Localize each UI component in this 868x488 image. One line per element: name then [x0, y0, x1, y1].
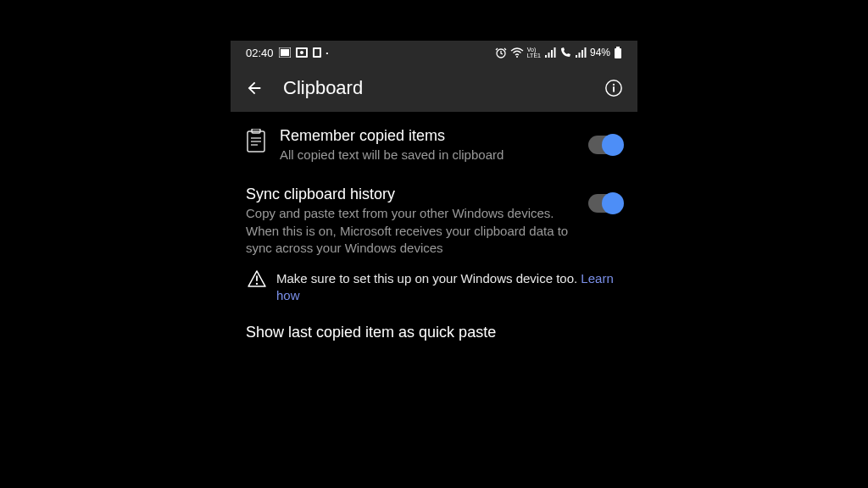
call-icon [559, 47, 571, 58]
page-title: Clipboard [283, 77, 585, 99]
svg-point-12 [613, 84, 615, 86]
setting-title: Sync clipboard history [246, 186, 588, 203]
alarm-icon [495, 47, 507, 58]
status-left: 02:40 • [246, 47, 328, 59]
setting-sync-clipboard[interactable]: Sync clipboard history Copy and paste te… [246, 186, 622, 257]
svg-rect-10 [616, 47, 620, 48]
toggle-sync[interactable] [588, 194, 622, 213]
wifi-icon [510, 47, 524, 58]
setting-remember-copied[interactable]: Remember copied items All copied text wi… [246, 127, 622, 164]
phone-screen: 02:40 • Vo)LTE1 [231, 41, 637, 447]
svg-point-4 [300, 51, 303, 54]
setting-subtitle: Copy and paste text from your other Wind… [246, 205, 588, 257]
setting-quick-paste[interactable]: Show last copied item as quick paste [246, 324, 622, 341]
status-time: 02:40 [246, 47, 274, 59]
arrow-left-icon [245, 79, 264, 97]
back-button[interactable] [242, 76, 266, 100]
sync-warning: Make sure to set this up on your Windows… [248, 270, 622, 305]
setting-subtitle: All copied text will be saved in clipboa… [280, 147, 576, 164]
info-icon [604, 79, 623, 97]
toggle-remember[interactable] [588, 136, 622, 154]
cast-icon [296, 47, 308, 58]
signal-icon-1 [544, 47, 556, 58]
dot-icon: • [326, 49, 329, 57]
svg-point-20 [256, 283, 258, 285]
app-bar: Clipboard [231, 64, 637, 112]
sim-icon [313, 47, 321, 58]
clipboard-icon [246, 127, 268, 156]
status-bar: 02:40 • Vo)LTE1 [231, 41, 637, 64]
setting-title: Remember copied items [280, 127, 576, 145]
notification-icon [279, 47, 291, 58]
battery-percent: 94% [590, 47, 610, 58]
warning-text: Make sure to set this up on your Windows… [276, 271, 577, 286]
status-right: Vo)LTE1 94% [495, 47, 622, 58]
svg-rect-13 [613, 86, 615, 92]
svg-point-8 [516, 56, 518, 58]
svg-rect-19 [256, 275, 258, 280]
signal-icon-2 [575, 47, 587, 58]
info-button[interactable] [602, 76, 626, 100]
svg-rect-6 [314, 49, 320, 56]
svg-rect-9 [615, 48, 621, 58]
warning-icon [248, 270, 266, 291]
svg-rect-1 [281, 49, 289, 56]
battery-icon [614, 47, 622, 58]
lte-label: Vo)LTE1 [527, 47, 541, 58]
settings-content: Remember copied items All copied text wi… [231, 112, 637, 341]
